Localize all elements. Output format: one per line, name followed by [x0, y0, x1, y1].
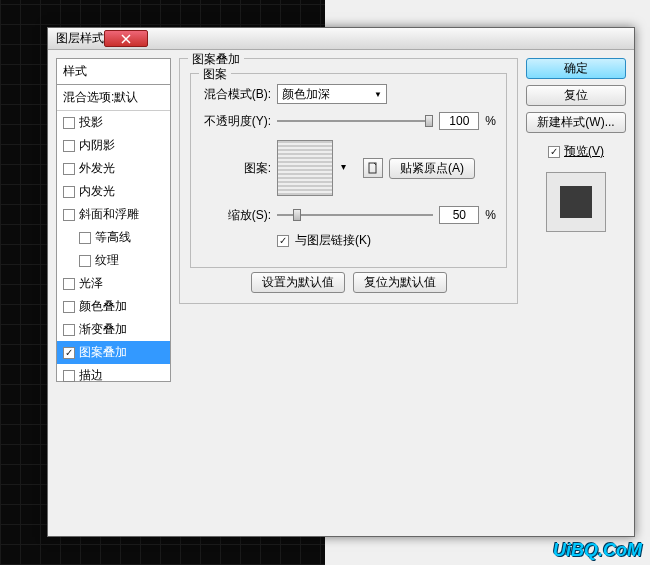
- style-item-satin[interactable]: 光泽: [57, 272, 170, 295]
- style-item-label: 光泽: [79, 275, 103, 292]
- reset-default-button[interactable]: 复位为默认值: [353, 272, 447, 293]
- style-item-inner-glow[interactable]: 内发光: [57, 180, 170, 203]
- style-item-gradient-overlay[interactable]: 渐变叠加: [57, 318, 170, 341]
- settings-panel: 图案叠加 图案 混合模式(B): 颜色加深 不透明度(Y):: [179, 58, 518, 528]
- preview-label: 预览(V): [564, 143, 604, 160]
- style-item-label: 内发光: [79, 183, 115, 200]
- pattern-group: 图案 混合模式(B): 颜色加深 不透明度(Y): %: [190, 73, 507, 268]
- slider-thumb[interactable]: [293, 209, 301, 221]
- style-item-label: 描边: [79, 367, 103, 384]
- pattern-label: 图案:: [201, 160, 271, 177]
- preview-swatch: [546, 172, 606, 232]
- inner-group-title: 图案: [199, 66, 231, 83]
- cancel-button[interactable]: 复位: [526, 85, 626, 106]
- layer-style-dialog: 图层样式 样式 混合选项:默认 投影 内阴影 外发光 内发光 斜面和浮雕 等高线…: [47, 27, 635, 537]
- checkbox[interactable]: [79, 232, 91, 244]
- set-default-button[interactable]: 设置为默认值: [251, 272, 345, 293]
- checkbox[interactable]: [63, 347, 75, 359]
- link-label: 与图层链接(K): [295, 232, 371, 249]
- percent-label: %: [485, 114, 496, 128]
- style-item-label: 颜色叠加: [79, 298, 127, 315]
- style-item-color-overlay[interactable]: 颜色叠加: [57, 295, 170, 318]
- checkbox[interactable]: [63, 140, 75, 152]
- style-item-contour[interactable]: 等高线: [57, 226, 170, 249]
- pattern-overlay-group: 图案叠加 图案 混合模式(B): 颜色加深 不透明度(Y):: [179, 58, 518, 304]
- checkbox[interactable]: [63, 209, 75, 221]
- scale-label: 缩放(S):: [201, 207, 271, 224]
- blend-mode-label: 混合模式(B):: [201, 86, 271, 103]
- slider-thumb[interactable]: [425, 115, 433, 127]
- scale-input[interactable]: [439, 206, 479, 224]
- style-item-label: 等高线: [95, 229, 131, 246]
- new-style-button[interactable]: 新建样式(W)...: [526, 112, 626, 133]
- opacity-label: 不透明度(Y):: [201, 113, 271, 130]
- style-item-stroke[interactable]: 描边: [57, 364, 170, 387]
- percent-label: %: [485, 208, 496, 222]
- close-button[interactable]: [104, 30, 148, 47]
- style-item-label: 渐变叠加: [79, 321, 127, 338]
- checkbox[interactable]: [63, 186, 75, 198]
- scale-slider[interactable]: [277, 206, 433, 224]
- checkbox[interactable]: [63, 117, 75, 129]
- opacity-input[interactable]: [439, 112, 479, 130]
- dialog-title: 图层样式: [56, 30, 104, 47]
- styles-label[interactable]: 样式: [56, 58, 171, 84]
- style-item-label: 外发光: [79, 160, 115, 177]
- opacity-slider[interactable]: [277, 112, 433, 130]
- pattern-picker[interactable]: [277, 140, 333, 196]
- titlebar[interactable]: 图层样式: [48, 28, 634, 50]
- styles-panel: 样式 混合选项:默认 投影 内阴影 外发光 内发光 斜面和浮雕 等高线 纹理 光…: [56, 58, 171, 528]
- preview-inner: [560, 186, 592, 218]
- new-doc-icon: [367, 162, 379, 174]
- checkbox[interactable]: [63, 324, 75, 336]
- blend-mode-value: 颜色加深: [282, 86, 330, 103]
- new-pattern-button[interactable]: [363, 158, 383, 178]
- checkbox[interactable]: [63, 163, 75, 175]
- ok-button[interactable]: 确定: [526, 58, 626, 79]
- style-item-drop-shadow[interactable]: 投影: [57, 111, 170, 134]
- style-item-label: 纹理: [95, 252, 119, 269]
- close-icon: [121, 34, 131, 44]
- blend-options-header[interactable]: 混合选项:默认: [57, 85, 170, 111]
- checkbox[interactable]: [63, 278, 75, 290]
- checkbox[interactable]: [79, 255, 91, 267]
- style-item-label: 内阴影: [79, 137, 115, 154]
- snap-origin-button[interactable]: 贴紧原点(A): [389, 158, 475, 179]
- styles-list: 混合选项:默认 投影 内阴影 外发光 内发光 斜面和浮雕 等高线 纹理 光泽 颜…: [56, 84, 171, 382]
- checkbox[interactable]: [63, 370, 75, 382]
- style-item-label: 投影: [79, 114, 103, 131]
- style-item-outer-glow[interactable]: 外发光: [57, 157, 170, 180]
- preview-checkbox[interactable]: [548, 146, 560, 158]
- style-item-inner-shadow[interactable]: 内阴影: [57, 134, 170, 157]
- style-item-pattern-overlay[interactable]: 图案叠加: [57, 341, 170, 364]
- link-checkbox[interactable]: [277, 235, 289, 247]
- watermark: UiBQ.CoM: [553, 540, 642, 561]
- style-item-texture[interactable]: 纹理: [57, 249, 170, 272]
- checkbox[interactable]: [63, 301, 75, 313]
- style-item-label: 图案叠加: [79, 344, 127, 361]
- action-panel: 确定 复位 新建样式(W)... 预览(V): [526, 58, 626, 528]
- style-item-bevel[interactable]: 斜面和浮雕: [57, 203, 170, 226]
- blend-mode-dropdown[interactable]: 颜色加深: [277, 84, 387, 104]
- style-item-label: 斜面和浮雕: [79, 206, 139, 223]
